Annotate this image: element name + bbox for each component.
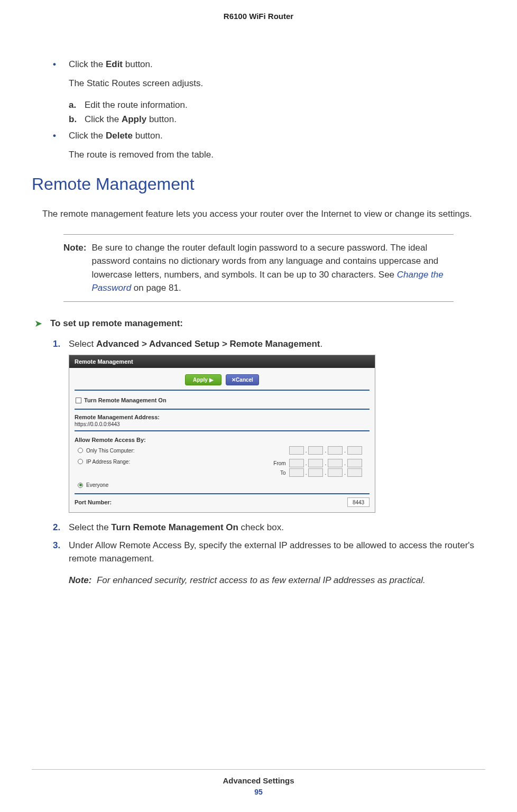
step-marker: 2. xyxy=(53,521,69,534)
cancel-button[interactable]: ✕Cancel xyxy=(226,374,259,385)
addr-label: Remote Management Address: xyxy=(75,414,370,420)
text: button. xyxy=(123,59,153,69)
bold-turn-on: Turn Remote Management On xyxy=(111,522,238,532)
ip-octet[interactable] xyxy=(328,459,343,467)
bullet-edit-text: Click the Edit button. xyxy=(69,58,485,71)
text: check box. xyxy=(238,522,284,532)
ip-octet[interactable] xyxy=(289,468,304,477)
text: Click the xyxy=(69,59,106,69)
turn-on-label: Turn Remote Management On xyxy=(84,397,167,403)
ip-octet[interactable] xyxy=(289,459,304,467)
row-ip-range: IP Address Range: From . . . To . . . xyxy=(75,457,370,480)
text: . xyxy=(320,339,323,349)
ip-octet[interactable] xyxy=(328,468,343,477)
port-input[interactable]: 8443 xyxy=(347,497,370,507)
page-header: R6100 WiFi Router xyxy=(32,0,485,21)
sub-text-adjusts: The Static Routes screen adjusts. xyxy=(69,77,485,90)
text: Click the Apply button. xyxy=(85,112,177,126)
ip-octet[interactable] xyxy=(347,459,362,467)
addr-value: https://0.0.0.0:8443 xyxy=(75,421,370,427)
ip-fields-only-this: . . . xyxy=(289,446,362,455)
text: Be sure to change the router default log… xyxy=(91,243,438,280)
step-2: 2. Select the Turn Remote Management On … xyxy=(53,521,485,534)
ip-octet[interactable] xyxy=(347,446,362,455)
text: Select the xyxy=(69,522,111,532)
ss-turn-on-section: Turn Remote Management On xyxy=(75,395,370,410)
note-box: Note: Be sure to change the router defau… xyxy=(63,234,454,302)
turn-on-row: Turn Remote Management On xyxy=(75,395,370,405)
ip-octet[interactable] xyxy=(328,446,343,455)
note-text: Be sure to change the router default log… xyxy=(91,241,454,295)
ip-octet[interactable] xyxy=(308,459,323,467)
bullet-icon: • xyxy=(53,129,69,143)
step-1: 1. Select Advanced > Advanced Setup > Re… xyxy=(53,337,485,351)
note-label: Note: xyxy=(63,241,86,295)
ss-port-section: Port Number: 8443 xyxy=(69,494,375,512)
radio-only-this[interactable] xyxy=(78,448,83,453)
arrow-icon: ➤ xyxy=(34,318,42,329)
marker-a: a. xyxy=(69,98,85,112)
ip-range-block: From . . . To . . . xyxy=(271,459,362,478)
sub-list: a. Edit the route information. b. Click … xyxy=(69,98,485,126)
step-marker: 1. xyxy=(53,337,69,351)
ss-button-row: Apply ▶ ✕Cancel xyxy=(75,368,370,391)
ss-address-section: Remote Management Address: https://0.0.0… xyxy=(75,414,370,431)
text: Edit the route information. xyxy=(85,98,188,112)
port-label: Port Number: xyxy=(75,499,112,505)
step-3: 3. Under Allow Remote Access By, specify… xyxy=(53,539,485,566)
ip-range-label: IP Address Range: xyxy=(86,459,165,465)
text: button. xyxy=(146,114,177,124)
turn-on-checkbox[interactable] xyxy=(76,398,81,403)
section-intro: The remote management feature lets you a… xyxy=(42,207,485,221)
footer-title: Advanced Settings xyxy=(32,776,485,785)
everyone-label: Everyone xyxy=(86,482,165,488)
step-text: Under Allow Remote Access By, specify th… xyxy=(69,539,485,566)
bold-apply: Apply xyxy=(122,114,146,124)
section-heading: Remote Management xyxy=(32,174,485,194)
inline-note: Note: For enhanced security, restrict ac… xyxy=(69,574,485,587)
bullet-edit: • Click the Edit button. xyxy=(53,58,485,71)
bold-edit: Edit xyxy=(106,59,123,69)
ss-titlebar: Remote Management xyxy=(69,355,375,368)
radio-everyone[interactable] xyxy=(78,483,83,488)
inline-note-label: Note: xyxy=(69,575,91,585)
screenshot-remote-management: Remote Management Apply ▶ ✕Cancel Turn R… xyxy=(69,355,375,513)
footer-page-number: 95 xyxy=(32,788,485,796)
ip-octet[interactable] xyxy=(308,446,323,455)
text: button. xyxy=(133,131,163,141)
ip-octet[interactable] xyxy=(308,468,323,477)
from-label: From xyxy=(271,460,286,466)
allow-label: Allow Remote Access By: xyxy=(75,436,370,444)
procedure-title: To set up remote management: xyxy=(50,318,183,329)
text: Select xyxy=(69,339,96,349)
bullet-delete: • Click the Delete button. xyxy=(53,129,485,143)
bold-delete: Delete xyxy=(106,131,133,141)
bold-path: Advanced > Advanced Setup > Remote Manag… xyxy=(96,339,320,349)
bullet-delete-text: Click the Delete button. xyxy=(69,129,485,143)
text: Click the xyxy=(85,114,122,124)
sub-item-b: b. Click the Apply button. xyxy=(69,112,485,126)
text: on page 81. xyxy=(131,283,181,293)
step-text: Select the Turn Remote Management On che… xyxy=(69,521,485,534)
procedure-header: ➤ To set up remote management: xyxy=(32,318,485,329)
row-everyone: Everyone xyxy=(75,480,370,490)
text: Click the xyxy=(69,131,106,141)
page-footer: Advanced Settings 95 xyxy=(32,769,485,796)
step-marker: 3. xyxy=(53,539,69,566)
only-this-label: Only This Computer: xyxy=(86,448,165,454)
radio-ip-range[interactable] xyxy=(78,459,83,464)
step-text: Select Advanced > Advanced Setup > Remot… xyxy=(69,337,485,351)
ss-allow-section: Allow Remote Access By: Only This Comput… xyxy=(75,436,370,494)
inline-note-text: For enhanced security, restrict access t… xyxy=(94,575,425,585)
sub-item-a: a. Edit the route information. xyxy=(69,98,485,112)
main-content: • Click the Edit button. The Static Rout… xyxy=(32,21,485,587)
row-only-this: Only This Computer: . . . xyxy=(75,444,370,457)
sub-text-removed: The route is removed from the table. xyxy=(69,148,485,162)
marker-b: b. xyxy=(69,112,85,126)
ip-octet[interactable] xyxy=(347,468,362,477)
apply-button[interactable]: Apply ▶ xyxy=(185,374,221,385)
bullet-icon: • xyxy=(53,58,69,71)
to-label: To xyxy=(271,470,286,476)
ip-octet[interactable] xyxy=(289,446,304,455)
